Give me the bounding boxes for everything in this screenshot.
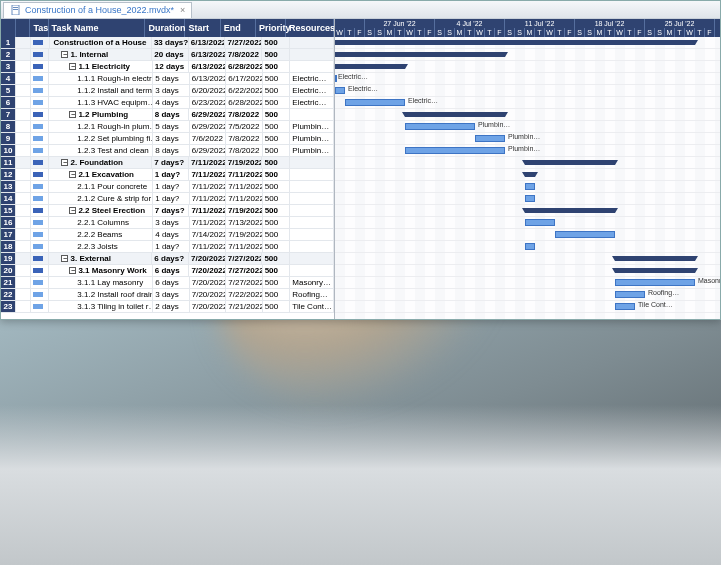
- outline-toggle-icon[interactable]: −: [69, 63, 76, 70]
- duration-cell[interactable]: 33 days?: [152, 37, 189, 48]
- col-index[interactable]: [1, 19, 16, 37]
- end-cell[interactable]: 6/22/2022: [226, 85, 263, 96]
- end-cell[interactable]: 7/13/2022: [226, 217, 263, 228]
- col-mode[interactable]: Tas…: [30, 19, 48, 37]
- row-index[interactable]: 21: [1, 277, 16, 288]
- end-cell[interactable]: 7/11/2022: [226, 169, 263, 180]
- col-priority[interactable]: Priority: [256, 19, 286, 37]
- end-cell[interactable]: 7/11/2022: [226, 241, 263, 252]
- summary-bar[interactable]: [335, 40, 695, 45]
- task-bar[interactable]: [335, 87, 345, 94]
- task-name-cell[interactable]: −3. External: [49, 253, 152, 264]
- start-cell[interactable]: 7/11/2022: [189, 205, 226, 216]
- priority-cell[interactable]: 500: [263, 109, 291, 120]
- start-cell[interactable]: 7/20/2022: [190, 301, 227, 312]
- summary-bar[interactable]: [335, 64, 405, 69]
- summary-bar[interactable]: [405, 112, 505, 117]
- table-row[interactable]: 41.1.1 Rough-in electr…5 days6/13/20226/…: [1, 73, 334, 85]
- end-cell[interactable]: 7/8/2022: [226, 145, 263, 156]
- duration-cell[interactable]: 1 day?: [153, 193, 190, 204]
- duration-cell[interactable]: 1 day?: [153, 181, 190, 192]
- resources-cell[interactable]: [290, 49, 334, 60]
- start-cell[interactable]: 6/13/2022: [190, 73, 227, 84]
- task-name-cell[interactable]: 1.2.2 Set plumbing fi…: [49, 133, 153, 144]
- resources-cell[interactable]: [290, 217, 334, 228]
- resources-cell[interactable]: Electric…: [290, 73, 334, 84]
- task-bar[interactable]: [335, 75, 337, 82]
- task-bar[interactable]: [615, 303, 635, 310]
- table-row[interactable]: 3−1.1 Electricity12 days6/13/20226/28/20…: [1, 61, 334, 73]
- end-cell[interactable]: 7/19/2022: [226, 205, 263, 216]
- priority-cell[interactable]: 500: [263, 73, 291, 84]
- summary-bar[interactable]: [335, 52, 505, 57]
- table-row[interactable]: 132.1.1 Pour concrete1 day?7/11/20227/11…: [1, 181, 334, 193]
- task-bar[interactable]: [405, 147, 505, 154]
- resources-cell[interactable]: [290, 109, 334, 120]
- table-row[interactable]: 19−3. External6 days?7/20/20227/27/20225…: [1, 253, 334, 265]
- duration-cell[interactable]: 6 days?: [152, 253, 189, 264]
- row-index[interactable]: 11: [1, 157, 16, 168]
- end-cell[interactable]: 7/27/2022: [226, 265, 263, 276]
- outline-toggle-icon[interactable]: −: [69, 171, 76, 178]
- start-cell[interactable]: 7/14/2022: [190, 229, 227, 240]
- task-name-cell[interactable]: 2.2.3 Joists: [49, 241, 153, 252]
- row-index[interactable]: 23: [1, 301, 16, 312]
- resources-cell[interactable]: Tile Cont…: [290, 301, 334, 312]
- table-row[interactable]: 142.1.2 Cure & strip for…1 day?7/11/2022…: [1, 193, 334, 205]
- start-cell[interactable]: 7/11/2022: [190, 217, 227, 228]
- end-cell[interactable]: 7/21/2022: [226, 301, 263, 312]
- priority-cell[interactable]: 500: [263, 145, 291, 156]
- start-cell[interactable]: 6/23/2022: [190, 97, 227, 108]
- duration-cell[interactable]: 2 days: [153, 301, 190, 312]
- table-row[interactable]: 172.2.2 Beams4 days7/14/20227/19/2022500: [1, 229, 334, 241]
- resources-cell[interactable]: Roofing…: [290, 289, 334, 300]
- start-cell[interactable]: 7/20/2022: [189, 265, 226, 276]
- start-cell[interactable]: 6/13/2022: [189, 61, 226, 72]
- duration-cell[interactable]: 6 days: [153, 265, 190, 276]
- resources-cell[interactable]: Plumbin…: [290, 145, 334, 156]
- resources-cell[interactable]: [290, 229, 334, 240]
- end-cell[interactable]: 7/19/2022: [226, 229, 263, 240]
- start-cell[interactable]: 7/20/2022: [190, 277, 227, 288]
- priority-cell[interactable]: 500: [263, 265, 291, 276]
- row-index[interactable]: 9: [1, 133, 16, 144]
- resources-cell[interactable]: [290, 157, 334, 168]
- summary-bar[interactable]: [525, 160, 615, 165]
- row-index[interactable]: 1: [1, 37, 16, 48]
- start-cell[interactable]: 7/6/2022: [190, 133, 227, 144]
- col-info[interactable]: [16, 19, 31, 37]
- priority-cell[interactable]: 500: [263, 169, 291, 180]
- row-index[interactable]: 3: [1, 61, 16, 72]
- row-index[interactable]: 16: [1, 217, 16, 228]
- task-name-cell[interactable]: 1.1.1 Rough-in electr…: [49, 73, 153, 84]
- priority-cell[interactable]: 500: [263, 217, 291, 228]
- end-cell[interactable]: 7/8/2022: [226, 109, 263, 120]
- resources-cell[interactable]: [290, 265, 334, 276]
- task-bar[interactable]: [525, 195, 535, 202]
- duration-cell[interactable]: 20 days: [152, 49, 189, 60]
- end-cell[interactable]: 7/11/2022: [226, 193, 263, 204]
- end-cell[interactable]: 7/8/2022: [226, 133, 263, 144]
- task-bar[interactable]: [475, 135, 505, 142]
- task-name-cell[interactable]: 2.2.2 Beams: [49, 229, 153, 240]
- resources-cell[interactable]: [290, 205, 334, 216]
- task-name-cell[interactable]: −2.2 Steel Erection: [49, 205, 152, 216]
- summary-bar[interactable]: [615, 268, 695, 273]
- task-name-cell[interactable]: −1.1 Electricity: [49, 61, 152, 72]
- start-cell[interactable]: 7/11/2022: [189, 169, 226, 180]
- priority-cell[interactable]: 500: [262, 49, 290, 60]
- duration-cell[interactable]: 6 days: [153, 277, 190, 288]
- resources-cell[interactable]: [290, 241, 334, 252]
- row-index[interactable]: 5: [1, 85, 16, 96]
- priority-cell[interactable]: 500: [263, 229, 291, 240]
- task-name-cell[interactable]: −1. Internal: [49, 49, 152, 60]
- task-name-cell[interactable]: −3.1 Masonry Work: [49, 265, 152, 276]
- outline-toggle-icon[interactable]: −: [61, 51, 68, 58]
- resources-cell[interactable]: [290, 253, 334, 264]
- col-task-name[interactable]: Task Name: [49, 19, 146, 37]
- table-row[interactable]: 51.1.2 Install and term…3 days6/20/20226…: [1, 85, 334, 97]
- resources-cell[interactable]: Masonry…: [290, 277, 334, 288]
- task-name-cell[interactable]: −1.2 Plumbing: [49, 109, 152, 120]
- row-index[interactable]: 4: [1, 73, 16, 84]
- priority-cell[interactable]: 500: [263, 181, 291, 192]
